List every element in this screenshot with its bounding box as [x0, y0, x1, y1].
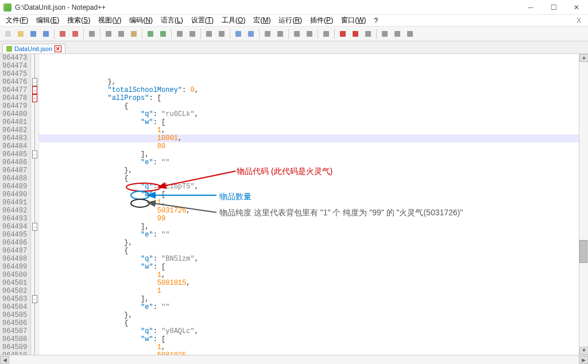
cut-button[interactable] — [103, 28, 114, 40]
code-line[interactable]: 99 — [41, 215, 588, 223]
fold-cell[interactable] — [31, 311, 38, 319]
code-line[interactable]: "e": "" — [41, 231, 588, 239]
code-line[interactable]: 5031726, — [41, 207, 588, 215]
fold-cell[interactable] — [31, 247, 38, 255]
fold-cell[interactable] — [31, 199, 38, 207]
fold-cell[interactable] — [31, 319, 38, 327]
menubar-extra[interactable]: X — [572, 17, 586, 25]
fold-cell[interactable] — [31, 343, 38, 351]
fold-cell[interactable] — [31, 327, 38, 335]
code-area[interactable]: }, "totalSchoolMoney": 0, "allProps": [ … — [39, 54, 588, 355]
code-line[interactable]: "w": [ — [41, 191, 588, 199]
tab-close-icon[interactable]: ✕ — [55, 45, 61, 52]
fold-cell[interactable] — [31, 183, 38, 191]
code-line[interactable]: { — [41, 247, 588, 255]
code-line[interactable]: { — [41, 319, 588, 327]
menu-item[interactable]: 插件(P) — [307, 14, 336, 26]
code-line[interactable]: "e": "" — [41, 158, 588, 166]
fold-cell[interactable] — [31, 102, 38, 110]
code-line[interactable]: "totalSchoolMoney": 0, — [41, 86, 588, 94]
scroll-v-track[interactable] — [579, 62, 587, 347]
code-line[interactable]: { — [41, 102, 588, 110]
code-line[interactable]: 1, — [41, 271, 588, 279]
code-line[interactable]: "w": [ — [41, 335, 588, 343]
code-line[interactable]: "q": "LibpT5", — [41, 183, 588, 191]
code-line[interactable]: "q": "ru6CLk", — [41, 110, 588, 118]
code-line[interactable]: "allProps": [ — [41, 94, 588, 102]
scroll-v-thumb[interactable] — [579, 240, 587, 263]
show-all-button[interactable] — [262, 28, 273, 40]
new-button[interactable] — [2, 28, 14, 40]
menu-item[interactable]: 文件(F) — [2, 14, 32, 26]
fold-column[interactable]: −−−−−−− — [31, 54, 39, 355]
code-line[interactable]: { — [41, 175, 588, 183]
code-line[interactable]: }, — [41, 239, 588, 247]
scroll-down-button[interactable]: ▼ — [579, 347, 588, 355]
undo-button[interactable] — [145, 28, 156, 40]
fold-cell[interactable]: − — [31, 223, 38, 231]
fold-cell[interactable]: − — [31, 295, 38, 303]
fold-cell[interactable] — [31, 231, 38, 239]
menu-item[interactable]: 窗口(W) — [338, 14, 369, 26]
code-line[interactable]: 5081025, — [41, 351, 588, 355]
close-all-button[interactable] — [69, 28, 81, 40]
code-line[interactable]: 5081015, — [41, 279, 588, 287]
fold-cell[interactable] — [31, 207, 38, 215]
fold-cell[interactable] — [31, 335, 38, 343]
paste-button[interactable] — [128, 28, 140, 40]
redo-button[interactable] — [157, 28, 169, 40]
menu-item[interactable]: 宏(M) — [250, 14, 274, 26]
code-line[interactable]: 1, — [41, 343, 588, 351]
fold-cell[interactable] — [31, 54, 38, 62]
find-button[interactable] — [174, 28, 185, 40]
code-line[interactable]: 1, — [41, 199, 588, 207]
rec2-button[interactable] — [350, 28, 361, 40]
scroll-h-track[interactable] — [9, 356, 579, 364]
scroll-right-button[interactable]: ▶ — [579, 356, 588, 364]
code-line[interactable]: }, — [41, 78, 588, 86]
macro1-button[interactable] — [379, 28, 390, 40]
fold-cell[interactable] — [31, 263, 38, 271]
menu-item[interactable]: 视图(V) — [95, 14, 125, 26]
fold-cell[interactable] — [31, 142, 38, 150]
play-button[interactable] — [362, 28, 374, 40]
fold-cell[interactable] — [31, 239, 38, 247]
fold-cell[interactable] — [31, 126, 38, 134]
fold-cell[interactable]: − — [31, 78, 38, 86]
replace-button[interactable] — [187, 28, 198, 40]
code-line[interactable]: }, — [41, 166, 588, 175]
save-button[interactable] — [28, 28, 39, 40]
fold-button[interactable] — [291, 28, 303, 40]
zoom-out-button[interactable] — [216, 28, 227, 40]
fold-cell[interactable] — [31, 175, 38, 183]
editor[interactable]: 9644739644749644759644769644779644789644… — [0, 54, 588, 355]
menu-item[interactable]: 搜索(S) — [64, 14, 94, 26]
close-button[interactable] — [57, 28, 68, 40]
code-line[interactable]: 1 — [41, 287, 588, 295]
scrollbar-horizontal[interactable]: ◀ ▶ — [0, 355, 588, 364]
code-line[interactable]: ], — [41, 150, 588, 158]
fold-cell[interactable]: − — [31, 150, 38, 158]
code-line[interactable]: ], — [41, 223, 588, 231]
fold-cell[interactable] — [31, 287, 38, 295]
code-line[interactable]: "q": "y8AQLc", — [41, 327, 588, 335]
fold-cell[interactable] — [31, 271, 38, 279]
close-button[interactable]: ✕ — [565, 0, 588, 15]
code-line[interactable]: "w": [ — [41, 263, 588, 271]
file-tab[interactable]: DataUnit.json ✕ — [2, 44, 65, 53]
fold-cell[interactable] — [31, 191, 38, 199]
fold-cell[interactable] — [31, 279, 38, 287]
fold-cell[interactable] — [31, 62, 38, 70]
menu-item[interactable]: ? — [370, 16, 381, 26]
fold-cell[interactable] — [31, 303, 38, 311]
fold-cell[interactable] — [31, 134, 38, 142]
code-line[interactable]: }, — [41, 311, 588, 319]
indent-button[interactable] — [274, 28, 286, 40]
menu-item[interactable]: 运行(R) — [275, 14, 305, 26]
fold-cell[interactable] — [31, 215, 38, 223]
copy-button[interactable] — [115, 28, 127, 40]
zoom-in-button[interactable] — [203, 28, 215, 40]
code-line[interactable]: 80 — [41, 142, 588, 150]
maximize-button[interactable]: ☐ — [542, 0, 565, 15]
code-line[interactable]: "e": "" — [41, 303, 588, 311]
